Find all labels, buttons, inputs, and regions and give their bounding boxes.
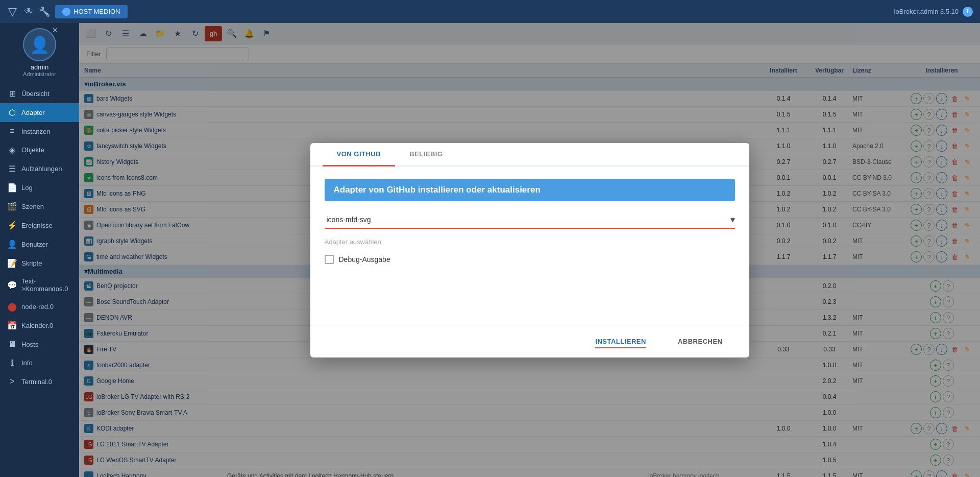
user-info-text: ioBroker.admin 3.5.10 [894,8,959,15]
sidebar-item-uebersicht[interactable]: ⊞ Übersicht [0,84,79,103]
cancel-button[interactable]: ABBRECHEN [666,333,735,349]
log-icon: 📄 [7,183,17,193]
sidebar-label-text-kommandos: Text->Kommandos.0 [21,277,72,293]
content-area: ⬜ ↻ ☰ ☁ 📁 ★ ↻ gh 🔍 🔔 ⚑ Filter Name Insta… [79,23,980,477]
top-bar-right: ioBroker.admin 3.5.10 ℹ [894,7,973,17]
modal-dropdown-row: icons-mfd-svg ▾ [325,211,735,229]
modal-box: VON GITHUB BELIEBIG Adapter von GitHub i… [310,143,749,357]
sidebar-label-szenen: Szenen [21,203,44,210]
sidebar-label-node-red: node-red.0 [21,303,54,311]
sidebar-label-hosts: Hosts [21,341,38,348]
sidebar-label-skripte: Skripte [21,259,42,267]
install-button[interactable]: INSTALLIEREN [583,333,658,349]
sidebar-label-log: Log [21,184,33,192]
eye-icon[interactable]: 👁 [24,6,34,17]
sidebar-label-adapter: Adapter [21,109,45,116]
host-status-icon [62,8,70,16]
top-bar: ▽ 👁 🔧 HOST MEDION ioBroker.admin 3.5.10 … [0,0,980,23]
sidebar-item-aufzaehlungen[interactable]: ☰ Aufzählungen [0,159,79,178]
sidebar-item-ereignisse[interactable]: ⚡ Ereignisse [0,216,79,235]
szenen-icon: 🎬 [7,202,17,211]
sidebar-label-benutzer: Benutzer [21,241,48,248]
sidebar-label-terminal: Terminal.0 [21,378,52,386]
sidebar-item-benutzer[interactable]: 👤 Benutzer [0,235,79,254]
modal-overlay: VON GITHUB BELIEBIG Adapter von GitHub i… [79,23,980,477]
modal-tab-popular[interactable]: BELIEBIG [395,143,457,166]
avatar: 👤 [23,28,56,61]
sidebar-item-instanzen[interactable]: ≡ Instanzen [0,122,79,140]
avatar-area: ✕ 👤 admin Administrator [23,28,56,77]
debug-checkbox[interactable] [325,255,334,264]
sidebar-item-info[interactable]: ℹ Info [0,353,79,372]
sidebar-item-szenen[interactable]: 🎬 Szenen [0,197,79,216]
app-logo: ▽ [5,5,19,19]
node-red-icon: ⬤ [7,302,17,312]
top-bar-left: ▽ 👁 🔧 HOST MEDION [5,5,128,19]
modal-adapter-select[interactable]: icons-mfd-svg [325,211,730,228]
sidebar-item-kalender[interactable]: 📅 Kalender.0 [0,316,79,335]
sidebar-label-kalender: Kalender.0 [21,322,53,329]
modal-footer: INSTALLIEREN ABBRECHEN [310,325,749,357]
modal-body: Adapter von GitHub installieren oder akt… [310,166,749,325]
modal-checkbox-row: Debug-Ausgabe [325,255,735,264]
modal-title: Adapter von GitHub installieren oder akt… [325,179,735,201]
dropdown-arrow-icon: ▾ [730,214,735,225]
sidebar-item-hosts[interactable]: 🖥 Hosts [0,335,79,353]
host-badge[interactable]: HOST MEDION [55,5,128,18]
settings-icon[interactable]: 🔧 [39,6,50,17]
kalender-icon: 📅 [7,321,17,330]
sidebar-item-objekte[interactable]: ◈ Objekte [0,140,79,159]
modal-hint: Adapter auswählen [325,238,735,246]
sidebar: ✕ 👤 admin Administrator ⊞ Übersicht ⬡ Ad… [0,23,79,477]
debug-label: Debug-Ausgabe [339,255,390,264]
aufzaehlungen-icon: ☰ [7,164,17,174]
user-name: admin [31,63,48,71]
sidebar-label-info: Info [21,359,33,367]
sidebar-nav: ⊞ Übersicht ⬡ Adapter ≡ Instanzen ◈ Obje… [0,84,79,391]
close-icon[interactable]: ✕ [52,26,58,34]
sidebar-item-log[interactable]: 📄 Log [0,178,79,197]
modal-tab-github[interactable]: VON GITHUB [323,143,396,166]
sidebar-item-text-kommandos[interactable]: 💬 Text->Kommandos.0 [0,273,79,297]
sidebar-label-objekte: Objekte [21,146,44,154]
text-kommandos-icon: 💬 [7,280,17,290]
benutzer-icon: 👤 [7,240,17,249]
info-icon: ℹ [7,358,17,368]
sidebar-label-aufzaehlungen: Aufzählungen [21,165,62,173]
sidebar-item-terminal[interactable]: > Terminal.0 [0,372,79,391]
host-label: HOST MEDION [74,8,120,15]
modal-tabs: VON GITHUB BELIEBIG [310,143,749,166]
terminal-icon: > [7,377,17,386]
sidebar-item-skripte[interactable]: 📝 Skripte [0,254,79,273]
sidebar-item-node-red[interactable]: ⬤ node-red.0 [0,297,79,316]
overview-icon: ⊞ [7,89,17,99]
objekte-icon: ◈ [7,145,17,155]
adapter-icon: ⬡ [7,108,17,117]
instanzen-icon: ≡ [7,127,17,136]
sidebar-label-instanzen: Instanzen [21,128,50,135]
main-layout: ✕ 👤 admin Administrator ⊞ Übersicht ⬡ Ad… [0,23,980,477]
sidebar-label-uebersicht: Übersicht [21,90,50,98]
sidebar-label-ereignisse: Ereignisse [21,222,53,229]
user-status-icon: ℹ [963,7,973,17]
skripte-icon: 📝 [7,258,17,268]
sidebar-item-adapter[interactable]: ⬡ Adapter [0,103,79,122]
hosts-icon: 🖥 [7,340,17,349]
ereignisse-icon: ⚡ [7,221,17,230]
user-role: Administrator [23,71,56,77]
